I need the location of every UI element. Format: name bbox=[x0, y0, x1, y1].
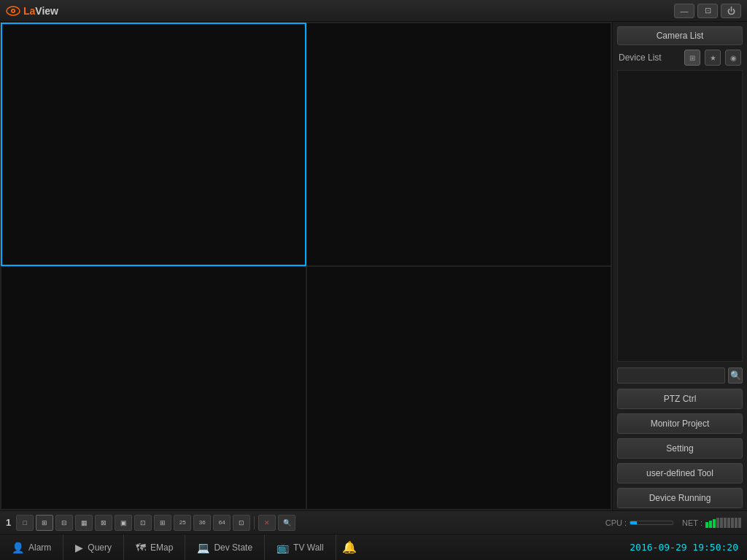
layout-9-button[interactable]: ⊠ bbox=[95, 515, 112, 531]
net-bar-10 bbox=[738, 518, 741, 528]
bell-icon[interactable]: 🔔 bbox=[336, 540, 363, 554]
close-all-button[interactable]: ✕ bbox=[258, 515, 276, 531]
video-cell-2[interactable] bbox=[306, 23, 612, 266]
layout-custom-button[interactable]: ⊡ bbox=[233, 515, 250, 531]
main-layout: Camera List Device List ⊞ ★ ◉ 🔍 PTZ Ctrl… bbox=[0, 22, 747, 510]
search-button[interactable]: 🔍 bbox=[728, 368, 743, 384]
logo-icon bbox=[6, 6, 20, 16]
logo-la: La bbox=[23, 5, 35, 17]
device-list-label: Device List bbox=[619, 52, 680, 63]
video-cell-4[interactable] bbox=[306, 266, 612, 510]
layout-12-button[interactable]: ▣ bbox=[115, 515, 132, 531]
net-bar-7 bbox=[727, 518, 730, 528]
device-list-row: Device List ⊞ ★ ◉ bbox=[613, 48, 747, 67]
alarm-tab[interactable]: 👤 Alarm bbox=[0, 534, 63, 560]
net-indicator: NET : bbox=[682, 518, 741, 528]
net-bars bbox=[705, 518, 741, 528]
device-running-button[interactable]: Device Running bbox=[617, 488, 743, 508]
device-list-view-button[interactable]: ◉ bbox=[725, 50, 741, 66]
alarm-label: Alarm bbox=[28, 542, 51, 553]
dev-state-tab[interactable]: 💻 Dev State bbox=[185, 534, 265, 560]
search-input[interactable] bbox=[617, 368, 725, 384]
alarm-icon: 👤 bbox=[12, 542, 24, 553]
query-tab[interactable]: ▶ Query bbox=[63, 534, 124, 560]
layout-4-button[interactable]: ⊞ bbox=[36, 515, 53, 531]
channel-number: 1 bbox=[6, 517, 11, 528]
layout-1-button[interactable]: □ bbox=[16, 515, 34, 531]
zoom-button[interactable]: 🔍 bbox=[278, 515, 295, 531]
user-defined-tool-button[interactable]: user-defined Tool bbox=[617, 463, 743, 483]
clock-display: 2016-09-29 19:50:20 bbox=[621, 542, 747, 553]
device-star-view-button[interactable]: ★ bbox=[705, 50, 721, 66]
layout-8-button[interactable]: ▦ bbox=[75, 515, 93, 531]
search-row: 🔍 bbox=[613, 365, 747, 386]
layout-16-button[interactable]: ⊡ bbox=[134, 515, 152, 531]
emap-label: EMap bbox=[150, 542, 173, 553]
video-cell-3[interactable] bbox=[1, 266, 306, 510]
tv-wall-label: TV Wall bbox=[293, 542, 324, 553]
device-list-content bbox=[617, 70, 743, 362]
query-icon: ▶ bbox=[75, 542, 83, 553]
svg-point-2 bbox=[12, 9, 14, 11]
logo-view: View bbox=[35, 5, 58, 17]
title-bar: LaView — ⊡ ⏻ bbox=[0, 0, 747, 22]
net-bar-1 bbox=[705, 522, 708, 528]
close-button[interactable]: ⏻ bbox=[721, 4, 741, 18]
net-bar-4 bbox=[716, 518, 719, 528]
cpu-bar bbox=[630, 521, 673, 525]
net-bar-3 bbox=[713, 519, 716, 528]
setting-button[interactable]: Setting bbox=[617, 438, 743, 459]
app-logo: LaView bbox=[6, 5, 58, 17]
net-bar-6 bbox=[724, 518, 727, 528]
cpu-indicator: CPU : bbox=[605, 518, 673, 527]
toolbar-separator-1 bbox=[254, 516, 255, 529]
layout-20-button[interactable]: ⊞ bbox=[154, 515, 171, 531]
layout-64-button[interactable]: 64 bbox=[213, 515, 231, 531]
tv-wall-tab[interactable]: 📺 TV Wall bbox=[265, 534, 336, 560]
net-bar-9 bbox=[735, 518, 738, 528]
ptz-ctrl-button[interactable]: PTZ Ctrl bbox=[617, 389, 743, 409]
cpu-fill bbox=[630, 521, 637, 524]
toolbar: 1 □ ⊞ ⊟ ▦ ⊠ ▣ ⊡ ⊞ 25 36 64 ⊡ ✕ 🔍 CPU : N… bbox=[0, 510, 747, 534]
layout-6-button[interactable]: ⊟ bbox=[55, 515, 73, 531]
query-label: Query bbox=[88, 542, 112, 553]
dev-state-label: Dev State bbox=[214, 542, 252, 553]
cpu-label: CPU : bbox=[605, 518, 627, 527]
right-panel: Camera List Device List ⊞ ★ ◉ 🔍 PTZ Ctrl… bbox=[612, 22, 747, 510]
monitor-project-button[interactable]: Monitor Project bbox=[617, 413, 743, 434]
bottom-bar: 👤 Alarm ▶ Query 🗺 EMap 💻 Dev State 📺 TV … bbox=[0, 534, 747, 560]
emap-tab[interactable]: 🗺 EMap bbox=[124, 534, 185, 560]
layout-25-button[interactable]: 25 bbox=[174, 515, 191, 531]
maximize-button[interactable]: ⊡ bbox=[697, 4, 718, 18]
title-controls: — ⊡ ⏻ bbox=[674, 4, 741, 18]
dev-state-icon: 💻 bbox=[197, 542, 209, 553]
emap-icon: 🗺 bbox=[136, 542, 146, 553]
status-bar-right: CPU : NET : bbox=[605, 518, 741, 528]
net-bar-2 bbox=[709, 521, 712, 528]
device-grid-view-button[interactable]: ⊞ bbox=[684, 50, 700, 66]
tv-wall-icon: 📺 bbox=[276, 542, 289, 553]
video-grid bbox=[0, 22, 612, 510]
layout-36-button[interactable]: 36 bbox=[193, 515, 211, 531]
video-cell-1[interactable] bbox=[1, 23, 306, 266]
net-bar-5 bbox=[720, 518, 723, 528]
camera-list-button[interactable]: Camera List bbox=[617, 26, 743, 45]
minimize-button[interactable]: — bbox=[674, 4, 694, 18]
net-bar-8 bbox=[731, 518, 734, 528]
logo-text: LaView bbox=[23, 5, 58, 17]
net-label: NET : bbox=[682, 518, 703, 527]
